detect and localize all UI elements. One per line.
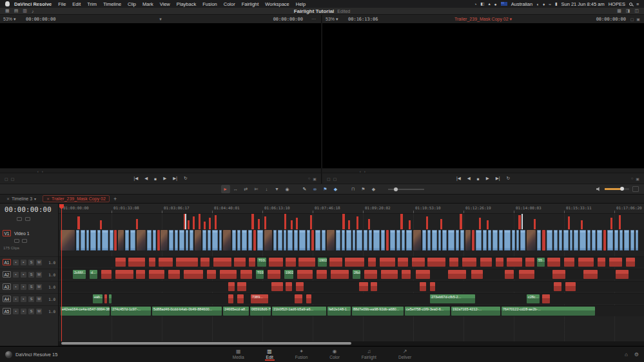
audio-clip[interactable]: 1902... [284,270,293,279]
timeline-marker[interactable] [518,215,521,229]
video-clip[interactable] [161,230,168,251]
menu-item-workspace[interactable]: Workspace [262,1,292,7]
close-tab-icon[interactable]: ✕ [46,196,50,201]
loop-button[interactable]: ↻ [184,176,187,181]
selection-mode-tool[interactable]: ► [221,185,230,193]
menu-item-edit[interactable]: Edit [69,1,84,7]
timeline-tab-2[interactable]: ✕Trailer_239_Mask Copy 02 [43,195,110,202]
edit-index-icon[interactable]: ▥ [23,8,27,14]
audio-clip[interactable] [345,258,364,267]
audio-clip[interactable] [220,270,237,279]
video-clip[interactable] [427,230,431,251]
audio-clip[interactable] [449,258,458,267]
audio-clip[interactable] [109,294,112,303]
video-clip[interactable] [499,230,503,251]
audio-clip[interactable] [296,282,304,291]
audio-meters-toggle-icon[interactable] [632,186,639,192]
timeline-marker[interactable] [479,218,481,229]
video-clip[interactable] [294,230,298,251]
project-settings-icon[interactable]: ⚙ [634,352,639,357]
video-clip[interactable] [242,230,247,251]
menu-item-help[interactable]: Help [293,1,309,7]
viewer-grid-icon[interactable]: ▣ [313,176,317,181]
spotlight-search-icon[interactable] [629,3,632,6]
video-clip[interactable] [125,230,129,251]
audio-clip[interactable] [462,258,476,267]
video-clip[interactable] [322,230,326,251]
audio-clip[interactable]: T03... [256,270,264,279]
viewer-mode-icon[interactable]: ▢ [327,176,331,181]
video-clip[interactable] [620,230,623,251]
timeline-marker[interactable] [460,214,462,229]
video-clip[interactable] [273,230,277,251]
audio-clip[interactable] [542,294,550,303]
track-lock-button[interactable]: • [13,284,19,290]
timeline-marker[interactable] [400,214,403,229]
jump-to-start-button[interactable]: |◀ [134,176,139,181]
timeline-marker[interactable] [534,219,536,229]
menu-item-davinci-resolve[interactable]: DaVinci Resolve [11,1,55,7]
video-clip[interactable] [624,230,629,251]
video-clip[interactable] [373,230,380,251]
close-tab-icon[interactable]: ✕ [6,196,10,201]
video-clip[interactable] [364,230,367,251]
audio-clip[interactable] [207,270,216,279]
video-clip[interactable] [422,230,426,251]
video-clip[interactable] [157,230,160,251]
video-clip[interactable] [587,230,590,251]
trim-edit-mode-tool[interactable]: ↔ [231,185,240,193]
audio-clip[interactable] [626,258,635,267]
video-clip[interactable] [630,230,634,251]
track-badge-a4[interactable]: A4 [3,296,11,302]
timeline-marker[interactable] [258,219,260,229]
viewer-mode-icon[interactable]: ▢ [5,176,8,181]
stop-button[interactable]: ■ [154,176,157,181]
menu-item-timeline[interactable]: Timeline [100,1,124,7]
timeline-marker[interactable] [215,215,217,229]
notification-center-icon[interactable]: ≡ [636,2,639,6]
audio-clip[interactable] [547,258,560,267]
timeline-marker[interactable] [348,220,350,229]
video-clip[interactable] [580,230,586,251]
timeline-marker[interactable] [77,216,80,229]
track-badge-a5[interactable]: A5 [3,308,11,314]
menu-item-view[interactable]: View [157,1,173,7]
video-clip[interactable] [102,230,108,251]
audio-clip[interactable] [286,258,296,267]
timeline-marker[interactable] [284,214,286,229]
video-clip[interactable] [396,230,400,251]
video-clip[interactable] [483,230,487,251]
video-clip[interactable] [542,230,545,251]
video-clip[interactable] [603,230,606,251]
audio-clip[interactable] [149,270,164,279]
audio-clip[interactable] [159,258,173,267]
video-clip[interactable] [288,230,293,251]
audio-clip[interactable] [525,258,534,267]
audio-clip[interactable] [237,294,244,303]
video-clip[interactable] [559,230,562,251]
track-badge-a2[interactable]: A2 [3,271,11,278]
video-clip[interactable] [493,230,498,251]
video-clip[interactable] [456,230,459,251]
input-language-label[interactable]: Australian [511,1,532,7]
video-clip[interactable] [547,230,552,251]
video-clip[interactable] [386,230,389,251]
video-clip[interactable] [110,230,113,251]
timeline-ruler[interactable]: 01:00:00:0001:01:33:0801:03:06:1701:04:4… [59,204,644,214]
video-clip[interactable] [223,230,231,251]
audio-clip[interactable] [448,270,466,279]
audio-clip[interactable] [115,270,133,279]
audio-clip[interactable] [213,258,231,267]
play-button[interactable]: ▶ [486,176,489,181]
insert-clip-button[interactable]: ↓ [262,185,271,193]
timeline-marker[interactable] [426,216,428,229]
add-timeline-button[interactable]: + [113,196,117,202]
audio-clip[interactable] [598,258,605,267]
video-clip[interactable] [202,230,206,251]
audio-clip[interactable] [505,270,514,279]
page-tab-deliver[interactable]: ↗Deliver [395,348,415,361]
video-clip[interactable] [406,230,412,251]
video-clip[interactable] [554,230,558,251]
loop-button[interactable]: ↻ [506,176,509,181]
audio-clip[interactable] [364,270,377,279]
